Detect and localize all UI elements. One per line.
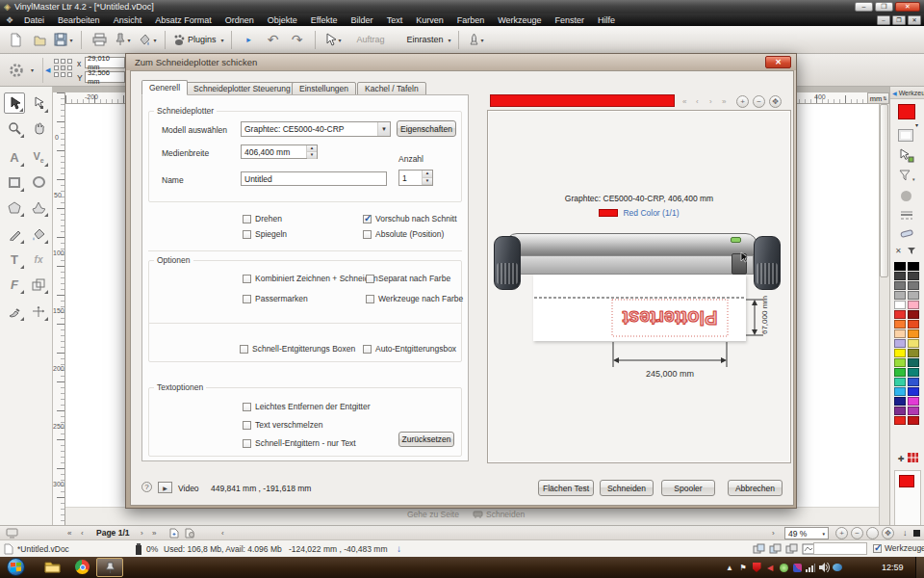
- funnel-tool-icon[interactable]: ▾: [899, 170, 915, 183]
- menu-item[interactable]: Bearbeiten: [51, 13, 107, 26]
- save-dropdown-icon[interactable]: ▾: [69, 37, 72, 43]
- palette-swatch[interactable]: [908, 387, 919, 396]
- checkbox-drehen[interactable]: Drehen: [243, 214, 282, 223]
- paint-bucket-tool[interactable]: [28, 223, 49, 245]
- eraser-icon[interactable]: [900, 227, 913, 241]
- palette-swatch[interactable]: [894, 320, 906, 328]
- zoom-out-button[interactable]: −: [851, 527, 863, 539]
- zoom-pan-button[interactable]: ✥: [882, 527, 894, 539]
- vertical-scrollbar-thumb[interactable]: [880, 104, 888, 277]
- palette-swatch[interactable]: [894, 349, 906, 357]
- spooler-button[interactable]: Spooler: [661, 480, 715, 496]
- checkbox-vorschub[interactable]: Vorschub nach Schnitt: [363, 214, 457, 223]
- drehen-checkbox[interactable]: [243, 215, 251, 223]
- zoom-level-combo[interactable]: 49 % ▾: [784, 527, 829, 539]
- shapes-tool[interactable]: [28, 197, 49, 218]
- palette-swatch[interactable]: [894, 301, 906, 309]
- palette-swatch[interactable]: [894, 397, 906, 406]
- y-coord-field[interactable]: 32,506 mm: [85, 71, 125, 83]
- palette-swatch[interactable]: [908, 301, 919, 309]
- select-dropdown-icon[interactable]: ▾: [339, 37, 342, 43]
- palette-swatch[interactable]: [908, 272, 919, 280]
- tray-red-icon[interactable]: ◀: [764, 562, 776, 573]
- flaechen-test-button[interactable]: Flächen Test: [538, 480, 594, 496]
- fill-color-swatch[interactable]: [898, 104, 915, 119]
- color-picker-cursor-icon[interactable]: [899, 148, 914, 165]
- plot-pen-tool[interactable]: [4, 301, 25, 322]
- palette-swatch[interactable]: [908, 291, 919, 300]
- zoom-tool[interactable]: [4, 118, 25, 139]
- select-mode-button[interactable]: ▾: [322, 29, 344, 50]
- palette-swatch[interactable]: [894, 407, 906, 415]
- palette-swatch[interactable]: [908, 339, 919, 348]
- tray-shield-icon[interactable]: [751, 562, 762, 573]
- leichtes-checkbox[interactable]: [243, 403, 251, 411]
- current-color-swatch[interactable]: [899, 475, 914, 487]
- maximize-button[interactable]: ❐: [875, 2, 893, 12]
- tray-weather-icon[interactable]: [832, 562, 843, 573]
- ellipse-tool[interactable]: [28, 171, 49, 193]
- arrange-front-icon[interactable]: [785, 543, 798, 557]
- palette-swatch[interactable]: [908, 349, 919, 357]
- menu-item[interactable]: Effekte: [304, 13, 345, 26]
- arrange-middle-icon[interactable]: [769, 543, 782, 557]
- stroke-color-swatch[interactable]: [898, 129, 913, 142]
- palette-swatch[interactable]: [908, 262, 919, 271]
- close-button[interactable]: ✕: [895, 2, 920, 12]
- zoom-fit-button[interactable]: [866, 527, 879, 539]
- kombiniert-checkbox[interactable]: [243, 275, 251, 283]
- palette-swatch[interactable]: [894, 339, 906, 348]
- weld-tool[interactable]: [28, 274, 49, 295]
- menu-item[interactable]: Fenster: [549, 13, 592, 26]
- prev-color-button[interactable]: ‹: [696, 97, 699, 106]
- show-desktop-button[interactable]: [915, 557, 924, 578]
- schnell-text-checkbox[interactable]: [243, 439, 251, 448]
- mdi-minimize-button[interactable]: –: [877, 15, 890, 25]
- collapse-left-icon[interactable]: ◀: [45, 66, 50, 74]
- video-play-icon[interactable]: ▶: [158, 482, 172, 493]
- palette-swatch[interactable]: [908, 320, 919, 328]
- menu-item[interactable]: Bilder: [345, 13, 380, 26]
- plugins-dropdown-icon[interactable]: ▾: [221, 37, 224, 43]
- werkzeug-toggle[interactable]: Werkzeuge: [873, 543, 924, 553]
- print-button[interactable]: [89, 29, 110, 50]
- save-button[interactable]: ▾: [53, 29, 74, 50]
- menu-item[interactable]: Farben: [450, 13, 492, 26]
- palette-swatch[interactable]: [894, 358, 906, 367]
- add-color-icon[interactable]: ✚: [898, 455, 905, 463]
- preview-zoom-in-button[interactable]: +: [736, 95, 749, 108]
- prev-page-button[interactable]: ‹: [81, 529, 84, 538]
- menu-item[interactable]: Kurven: [409, 13, 450, 26]
- gear-dropdown-icon[interactable]: ▾: [31, 66, 34, 73]
- werkzeuge-farbe-checkbox[interactable]: [366, 295, 374, 303]
- checkbox-auto-box[interactable]: Auto-Entgitterungsbox: [363, 344, 456, 354]
- stop-icon[interactable]: [913, 530, 920, 537]
- ruler-unit-box[interactable]: mm⇅: [867, 92, 889, 104]
- next-page-button[interactable]: ›: [141, 529, 143, 538]
- anzahl-spinner[interactable]: ▲▼: [422, 171, 432, 185]
- palette-swatch[interactable]: [894, 310, 906, 319]
- properties-button[interactable]: Eigenschaften: [397, 120, 456, 137]
- preview-pan-button[interactable]: ✥: [769, 95, 782, 108]
- absolute-checkbox[interactable]: [363, 230, 372, 239]
- checkbox-leichtes[interactable]: Leichtes Entfernen der Entgitter: [243, 402, 371, 411]
- tab-einstellungen[interactable]: Einstellungen: [292, 82, 356, 95]
- palette-swatch[interactable]: [894, 329, 906, 338]
- collapse-panel-icon[interactable]: ◀: [892, 90, 897, 96]
- preview-zoom-out-button[interactable]: −: [753, 95, 765, 108]
- spiegeln-checkbox[interactable]: [243, 230, 251, 239]
- rectangle-tool[interactable]: [4, 171, 25, 193]
- pin-tool-button[interactable]: ▾: [113, 29, 134, 50]
- rocket-tool-button[interactable]: ▾: [466, 29, 487, 50]
- scroll-right-button[interactable]: ›: [772, 529, 775, 538]
- pencil-tool[interactable]: [4, 223, 25, 245]
- verschmelzen-checkbox[interactable]: [243, 421, 251, 430]
- palette-swatch[interactable]: [908, 416, 919, 425]
- schnell-boxen-checkbox[interactable]: [240, 345, 248, 354]
- menu-item[interactable]: Datei: [17, 13, 51, 26]
- checkbox-absolute[interactable]: Absolute (Position): [363, 229, 444, 239]
- measure-tool[interactable]: [28, 301, 49, 322]
- plugins-label[interactable]: Plugins: [185, 35, 219, 44]
- tray-green-badge-icon[interactable]: [778, 562, 789, 573]
- rocket-dropdown-icon[interactable]: ▾: [481, 37, 484, 43]
